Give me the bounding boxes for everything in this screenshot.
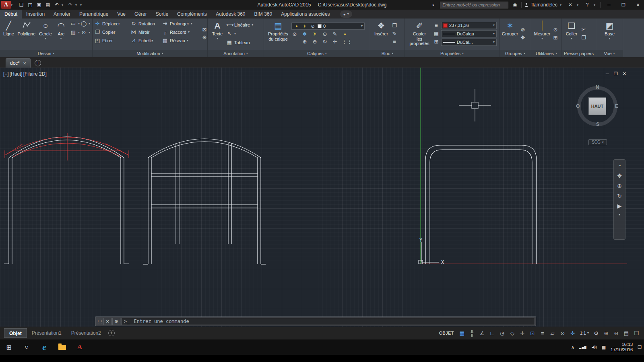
navigation-wheel-icon[interactable]: ◔ bbox=[618, 163, 621, 169]
start-button-icon[interactable]: ⊞ bbox=[0, 339, 18, 355]
layer-lock-tool-icon[interactable]: ⊙ bbox=[322, 31, 328, 37]
group-selection-icon[interactable]: ✥ bbox=[520, 35, 526, 41]
lineweight-caret-icon[interactable]: ▾ bbox=[493, 41, 495, 44]
color-combo-caret-icon[interactable]: ▾ bbox=[493, 24, 495, 27]
panel-label-bloc[interactable]: Bloc▾ bbox=[370, 50, 405, 57]
copy-clip-icon[interactable]: ❐ bbox=[580, 35, 587, 41]
linetype-combo[interactable]: DuCalqu ▾ bbox=[441, 30, 497, 37]
polyline-button[interactable]: Polyligne bbox=[17, 20, 37, 36]
panel-label-proprietes[interactable]: Propriétés▾ bbox=[405, 50, 499, 57]
app-logo-button[interactable]: A bbox=[1, 1, 11, 9]
autocad-taskbar-icon[interactable]: A bbox=[71, 339, 89, 355]
action-center-icon[interactable]: ❐ bbox=[638, 345, 642, 350]
annotation-visibility-icon[interactable]: ⊕ bbox=[602, 329, 611, 337]
fillet-button[interactable]: ╭Raccord▾ bbox=[162, 28, 200, 36]
erase-icon[interactable]: ⊠ bbox=[201, 27, 208, 33]
text-button[interactable]: A Texte ▾ bbox=[209, 20, 225, 40]
linetype-caret-icon[interactable]: ▾ bbox=[493, 32, 495, 35]
tab-insertion[interactable]: Insertion bbox=[22, 10, 49, 19]
help-caret-icon[interactable]: ▾ bbox=[594, 3, 598, 7]
object-snap-icon[interactable]: ⊡ bbox=[528, 329, 537, 337]
table-button[interactable]: ▦Tableau bbox=[226, 39, 253, 47]
viewport-minimize-control[interactable]: [−] bbox=[3, 71, 9, 77]
panel-label-groupes[interactable]: Groupes▾ bbox=[500, 50, 531, 57]
new-drawing-button[interactable]: + bbox=[35, 60, 41, 66]
object-color-combo[interactable]: 237,31,36 ▾ bbox=[441, 22, 497, 29]
hatch-tool-button[interactable]: ▨▾ bbox=[70, 29, 80, 37]
drawing-restore-icon[interactable]: ❐ bbox=[614, 71, 618, 76]
compass-west[interactable]: O bbox=[576, 103, 580, 109]
zoom-icon[interactable]: ⊕ bbox=[617, 183, 622, 189]
move-button[interactable]: ✛Déplacer bbox=[94, 20, 130, 28]
layer-freeze-icon[interactable]: ❄ bbox=[301, 31, 308, 37]
layer-prev-icon[interactable]: ↻ bbox=[322, 39, 328, 45]
layer-more-icon[interactable]: ⋮⋮ bbox=[342, 39, 348, 45]
insert-block-button[interactable]: ❖ Insérer bbox=[372, 20, 390, 36]
measure-button[interactable]: Mesurer ▾ bbox=[533, 20, 551, 40]
quick-calc-icon[interactable]: ⊞ bbox=[552, 35, 559, 41]
layer-off-icon[interactable]: ⊘ bbox=[291, 31, 298, 37]
layer-sun-icon[interactable]: ☀ bbox=[301, 23, 308, 29]
compass-south[interactable]: S bbox=[596, 121, 599, 127]
layout-tab-presentation2[interactable]: Présentation2 bbox=[66, 328, 106, 338]
layer-on-icon[interactable]: ● bbox=[342, 31, 348, 37]
new-file-icon[interactable]: ❏ bbox=[17, 1, 25, 9]
layer-match-icon[interactable]: ✎ bbox=[332, 31, 338, 37]
touch-keyboard-icon[interactable]: ▦ bbox=[602, 345, 606, 350]
selection-cycling-icon[interactable]: ⊙ bbox=[558, 329, 567, 337]
annotation-scale-control[interactable]: 1:1 ▾ bbox=[578, 331, 590, 335]
redo-icon[interactable]: ↷ bbox=[66, 1, 74, 9]
undo-caret-icon[interactable]: ▾ bbox=[62, 3, 66, 7]
create-block-icon[interactable]: ❒ bbox=[391, 23, 398, 29]
edit-block-icon[interactable]: ✎ bbox=[391, 31, 398, 37]
ucs-selector[interactable]: SCG ▾ bbox=[588, 139, 607, 145]
tab-sortie[interactable]: Sortie bbox=[151, 10, 173, 19]
tab-applications-associees[interactable]: Applications associées bbox=[277, 10, 334, 19]
redo-caret-icon[interactable]: ▾ bbox=[75, 3, 79, 7]
command-close-icon[interactable]: ✕ bbox=[103, 318, 111, 325]
window-close-button[interactable]: ✕ bbox=[632, 0, 644, 10]
panel-label-presse-papiers[interactable]: Presse-papiers bbox=[562, 50, 596, 57]
save-icon[interactable]: ▣ bbox=[35, 1, 43, 9]
infer-constraints-icon[interactable]: ∠ bbox=[478, 329, 487, 337]
rotate-button[interactable]: ↻Rotation bbox=[130, 20, 162, 28]
layer-unisolate-icon[interactable]: ⊖ bbox=[312, 39, 318, 45]
navbar-caret-icon[interactable]: ▾ bbox=[619, 213, 620, 216]
lineweight-display-icon[interactable]: ≡ bbox=[538, 329, 547, 337]
viewcube-top-face[interactable]: HAUT bbox=[588, 97, 606, 115]
dynamic-input-icon[interactable]: ✜ bbox=[568, 329, 577, 337]
taskbar-clock[interactable]: 16:13 17/10/2016 bbox=[611, 342, 633, 352]
document-tab-doc[interactable]: doc* ✕ bbox=[6, 58, 31, 68]
group-button[interactable]: ✶ Grouper bbox=[501, 20, 519, 36]
app-menu-caret-icon[interactable]: ▾ bbox=[11, 3, 15, 7]
compass-east[interactable]: E bbox=[615, 103, 618, 109]
new-layout-button[interactable]: + bbox=[108, 330, 115, 336]
layout-tab-objet[interactable]: Objet bbox=[4, 328, 27, 338]
show-motion-icon[interactable]: ▶ bbox=[617, 203, 622, 209]
volume-icon[interactable]: ◀)) bbox=[592, 345, 597, 349]
user-menu-caret-icon[interactable]: ▾ bbox=[560, 3, 564, 7]
plot-status-icon[interactable]: ▤ bbox=[622, 329, 631, 337]
exchange-apps-icon[interactable]: ✕ bbox=[566, 1, 574, 9]
window-restore-button[interactable]: ❐ bbox=[617, 0, 630, 10]
layer-merge-icon[interactable]: ✛ bbox=[332, 39, 338, 45]
paste-button[interactable]: ❑ Coller ▾ bbox=[564, 20, 580, 40]
edge-browser-icon[interactable]: e bbox=[35, 339, 53, 355]
tab-vue[interactable]: Vue bbox=[113, 10, 130, 19]
tab-parametrique[interactable]: Paramétrique bbox=[75, 10, 113, 19]
search-binoculars-icon[interactable]: ◉ bbox=[511, 1, 519, 9]
ribbon-options-control[interactable]: ● ▾ bbox=[340, 10, 352, 18]
open-file-icon[interactable]: ◳ bbox=[26, 1, 34, 9]
compass-north[interactable]: N bbox=[596, 84, 599, 90]
tab-complements[interactable]: Compléments bbox=[173, 10, 211, 19]
tab-autodesk360[interactable]: Autodesk 360 bbox=[211, 10, 250, 19]
isolate-objects-icon[interactable]: ❒ bbox=[632, 329, 641, 337]
signed-in-user[interactable]: flamandelec bbox=[531, 2, 557, 8]
panel-label-calques[interactable]: Calques▾ bbox=[264, 50, 370, 57]
arc-button[interactable]: ◠ Arc ▾ bbox=[54, 20, 68, 40]
viewport-visual-style-control[interactable]: [Filaire 2D] bbox=[23, 71, 47, 77]
command-line[interactable]: ⋮⋮ ✕ ⚙ >_ Entrez une commande bbox=[95, 317, 536, 326]
lineweight-combo[interactable]: DuCal... ▾ bbox=[441, 39, 497, 46]
orbit-icon[interactable]: ↻ bbox=[617, 193, 622, 199]
properties-list-icon[interactable]: ≡ bbox=[433, 23, 440, 29]
